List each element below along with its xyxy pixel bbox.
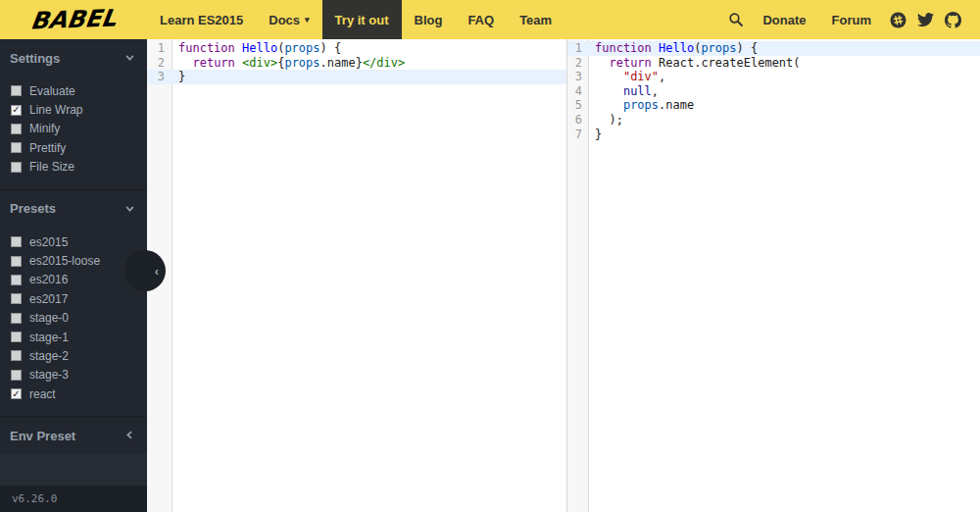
code-text: return React.createElement( <box>589 56 801 71</box>
code-text: return <div>{props.name}</div> <box>172 56 405 71</box>
forum-link[interactable]: Forum <box>819 13 884 27</box>
source-editor[interactable]: 1function Hello(props) {2 return <div>{p… <box>147 39 566 512</box>
nav-item-learn-es2015[interactable]: Learn ES2015 <box>147 0 256 39</box>
repl-editors: 1function Hello(props) {2 return <div>{p… <box>147 39 980 512</box>
option-label: Line Wrap <box>29 103 82 117</box>
nav-item-label: Team <box>519 13 552 27</box>
option-line-wrap[interactable]: ✓Line Wrap <box>0 100 147 119</box>
checkbox[interactable] <box>11 332 22 342</box>
checkbox[interactable] <box>11 350 22 361</box>
option-react[interactable]: ✓react <box>0 384 147 403</box>
env-preset-body <box>0 453 147 486</box>
main-area: SettingsEvaluate✓Line WrapMinifyPrettify… <box>0 39 980 512</box>
checkbox[interactable] <box>11 85 22 96</box>
code-line: 7} <box>567 128 980 142</box>
chevron-down-icon: ▾ <box>305 15 310 25</box>
section-title: Presets <box>10 201 56 216</box>
babel-repl-app: BABEL Learn ES2015Docs▾Try it outBlogFAQ… <box>0 0 980 512</box>
github-icon[interactable] <box>939 0 966 39</box>
code-text: function Hello(props) { <box>172 41 341 56</box>
checkbox[interactable] <box>11 236 22 247</box>
option-label: es2017 <box>29 292 68 306</box>
option-stage-1[interactable]: stage-1 <box>0 328 147 346</box>
option-stage-2[interactable]: stage-2 <box>0 346 147 365</box>
option-label: stage-0 <box>29 311 69 325</box>
line-number: 1 <box>147 41 172 56</box>
twitter-icon[interactable] <box>911 0 939 39</box>
section-items-settings: Evaluate✓Line WrapMinifyPrettifyFile Siz… <box>0 76 147 189</box>
line-number: 2 <box>147 56 172 71</box>
option-prettify[interactable]: Prettify <box>0 138 147 157</box>
babel-logo[interactable]: BABEL <box>0 3 149 35</box>
section-header-settings[interactable]: Settings <box>0 39 147 76</box>
checkbox[interactable] <box>11 142 22 153</box>
option-minify[interactable]: Minify <box>0 120 147 138</box>
nav-item-try-it-out[interactable]: Try it out <box>322 0 402 39</box>
option-label: Evaluate <box>29 84 75 98</box>
code-line: 5 props.name <box>567 98 980 113</box>
slack-icon[interactable] <box>884 0 911 39</box>
donate-link[interactable]: Donate <box>750 13 818 27</box>
option-stage-3[interactable]: stage-3 <box>0 366 147 384</box>
output-editor[interactable]: 1function Hello(props) {2 return React.c… <box>566 39 980 512</box>
checkbox[interactable] <box>11 313 22 324</box>
checkbox[interactable] <box>11 275 22 285</box>
code-lines: 1function Hello(props) {2 return <div>{p… <box>147 39 566 84</box>
checkbox[interactable]: ✓ <box>11 105 22 116</box>
code-line[interactable]: 3} <box>147 70 566 84</box>
nav-item-label: FAQ <box>467 13 494 27</box>
line-number: 3 <box>567 70 589 84</box>
chevron-left-icon <box>124 427 135 444</box>
chevron-left-icon: ‹ <box>155 264 159 279</box>
code-line: 1function Hello(props) { <box>567 41 980 56</box>
sidebar-collapse-handle[interactable]: ‹ <box>124 250 166 291</box>
line-number: 7 <box>567 128 589 142</box>
option-file-size[interactable]: File Size <box>0 158 147 177</box>
option-label: File Size <box>29 160 74 174</box>
option-label: Minify <box>29 122 60 135</box>
option-es2015[interactable]: es2015 <box>0 232 147 251</box>
nav-item-docs[interactable]: Docs▾ <box>256 0 321 39</box>
option-label: es2015-loose <box>29 254 100 268</box>
code-text: null, <box>589 84 659 99</box>
nav-item-label: Docs <box>269 13 300 27</box>
code-text: ); <box>589 113 623 128</box>
line-number: 3 <box>147 70 172 84</box>
nav-item-blog[interactable]: Blog <box>402 0 456 39</box>
option-es2017[interactable]: es2017 <box>0 289 147 308</box>
code-text: function Hello(props) { <box>589 41 758 56</box>
checkbox[interactable]: ✓ <box>11 388 22 399</box>
code-line: 3 "div", <box>567 70 980 84</box>
option-evaluate[interactable]: Evaluate <box>0 81 147 100</box>
code-text: "div", <box>589 70 665 84</box>
option-label: es2016 <box>29 273 68 286</box>
nav-item-faq[interactable]: FAQ <box>455 0 507 39</box>
chevron-down-icon <box>124 49 135 67</box>
code-line[interactable]: 1function Hello(props) { <box>147 41 566 56</box>
line-number: 2 <box>567 56 589 71</box>
code-line: 4 null, <box>567 84 980 99</box>
option-label: stage-3 <box>29 368 69 382</box>
option-stage-0[interactable]: stage-0 <box>0 309 147 328</box>
header: BABEL Learn ES2015Docs▾Try it outBlogFAQ… <box>0 0 980 39</box>
version-label: v6.26.0 <box>0 486 147 512</box>
line-number: 6 <box>567 113 589 128</box>
checkbox[interactable] <box>11 370 22 381</box>
nav-item-team[interactable]: Team <box>507 0 564 39</box>
option-label: es2015 <box>29 235 68 249</box>
code-text: props.name <box>589 98 694 113</box>
code-line[interactable]: 2 return <div>{props.name}</div> <box>147 56 566 71</box>
code-line: 6 ); <box>567 113 980 128</box>
chevron-down-icon <box>124 200 135 218</box>
checkbox[interactable] <box>11 162 22 173</box>
checkbox[interactable] <box>11 256 22 267</box>
search-icon[interactable] <box>722 0 750 39</box>
line-number: 5 <box>567 98 589 113</box>
section-header-presets[interactable]: Presets <box>0 189 147 227</box>
checkbox[interactable] <box>11 293 22 304</box>
option-label: stage-1 <box>29 331 69 344</box>
section-items-presets: es2015es2015-loosees2016es2017stage-0sta… <box>0 227 147 417</box>
code-line: 2 return React.createElement( <box>567 56 980 71</box>
section-header-env-preset[interactable]: Env Preset <box>0 416 147 453</box>
checkbox[interactable] <box>11 124 22 134</box>
